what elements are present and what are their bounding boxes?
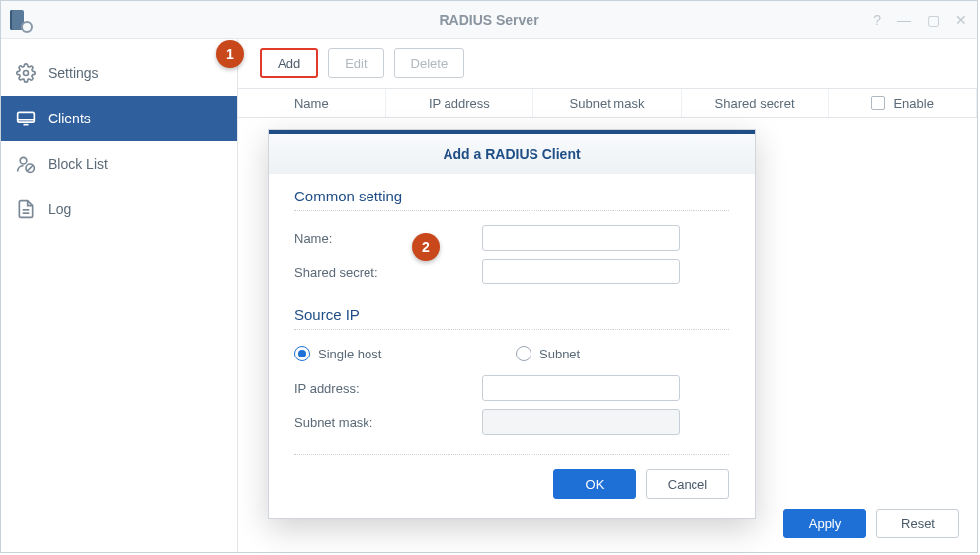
delete-button[interactable]: Delete (394, 48, 465, 78)
document-icon (15, 198, 37, 220)
svg-line-6 (27, 165, 33, 171)
app-icon (7, 7, 33, 33)
table-header: Name IP address Subnet mask Shared secre… (238, 88, 977, 118)
sidebar-item-label: Settings (48, 65, 99, 81)
dialog-title: Add a RADIUS Client (443, 146, 580, 162)
th-secret[interactable]: Shared secret (682, 89, 830, 117)
sidebar-item-label: Log (48, 201, 71, 217)
th-subnet[interactable]: Subnet mask (533, 89, 682, 117)
window-controls: ? — ▢ ✕ (873, 1, 967, 38)
monitor-icon (15, 108, 37, 129)
sidebar-item-label: Clients (48, 111, 91, 126)
section-common: Common setting (294, 188, 729, 211)
add-button[interactable]: Add (260, 48, 318, 78)
close-icon[interactable]: ✕ (955, 13, 967, 27)
dialog-footer: OK Cancel (294, 454, 729, 509)
secret-label: Shared secret: (294, 265, 482, 279)
toolbar: 1 Add Edit Delete (238, 39, 977, 88)
th-enable[interactable]: Enable (829, 89, 977, 117)
source-ip-radios: Single host Subnet (294, 340, 729, 371)
dialog-body: Common setting Name: Shared secret: Sour… (269, 174, 755, 518)
radio-icon (516, 346, 531, 361)
th-ip[interactable]: IP address (386, 89, 534, 117)
subnet-mask-field (482, 409, 680, 435)
minimize-icon[interactable]: — (897, 13, 911, 27)
radio-icon (294, 346, 310, 361)
main-footer: Apply Reset (783, 509, 959, 538)
add-client-dialog: 2 Add a RADIUS Client Common setting Nam… (268, 129, 756, 519)
radio-single-host[interactable]: Single host (294, 346, 506, 361)
ip-label: IP address: (294, 381, 482, 396)
mask-label: Subnet mask: (294, 415, 482, 430)
sidebar: Settings Clients Block List Log (1, 39, 238, 552)
edit-button[interactable]: Edit (328, 48, 383, 78)
ip-field[interactable] (482, 375, 680, 401)
section-sourceip: Source IP (294, 306, 729, 330)
ok-button[interactable]: OK (553, 469, 636, 499)
maximize-icon[interactable]: ▢ (927, 13, 939, 27)
apply-button[interactable]: Apply (783, 509, 866, 538)
sidebar-item-clients[interactable]: Clients (1, 96, 237, 141)
radio-single-label: Single host (318, 347, 381, 361)
sidebar-item-blocklist[interactable]: Block List (1, 141, 237, 187)
sidebar-item-log[interactable]: Log (1, 187, 237, 232)
svg-point-0 (24, 71, 29, 76)
main-pane: 1 Add Edit Delete Name IP address Subnet… (238, 39, 977, 552)
th-name[interactable]: Name (238, 89, 386, 117)
sidebar-item-settings[interactable]: Settings (1, 50, 237, 96)
radio-subnet[interactable]: Subnet (516, 346, 727, 361)
cancel-button[interactable]: Cancel (646, 469, 729, 499)
name-field[interactable] (482, 225, 680, 251)
th-enable-label: Enable (893, 96, 933, 111)
secret-field[interactable] (482, 259, 680, 284)
user-block-icon (15, 153, 37, 175)
window-title: RADIUS Server (1, 12, 977, 28)
gear-icon (15, 62, 37, 84)
enable-all-checkbox[interactable] (871, 96, 885, 110)
name-label: Name: (294, 231, 482, 246)
radio-subnet-label: Subnet (539, 347, 580, 361)
svg-point-4 (20, 157, 27, 164)
app-window: RADIUS Server ? — ▢ ✕ Settings Clients (0, 0, 978, 553)
help-icon[interactable]: ? (873, 13, 881, 27)
reset-button[interactable]: Reset (876, 509, 959, 538)
svg-rect-1 (18, 112, 35, 122)
dialog-header: Add a RADIUS Client (269, 134, 755, 174)
sidebar-item-label: Block List (48, 156, 108, 172)
titlebar: RADIUS Server ? — ▢ ✕ (1, 1, 977, 39)
